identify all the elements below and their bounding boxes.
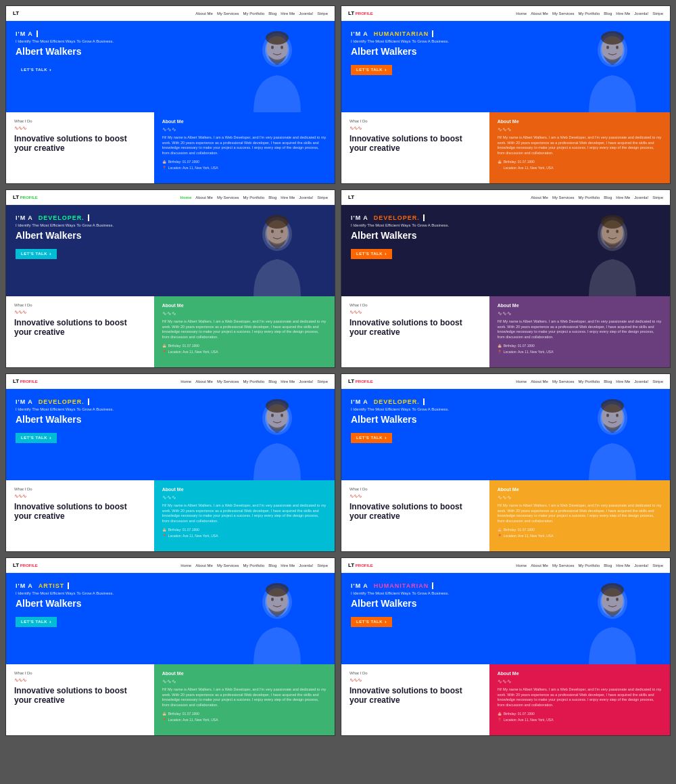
nav-link-7[interactable]: Stripe xyxy=(652,379,663,384)
nav-link-7[interactable]: Stripe xyxy=(317,563,328,568)
logo[interactable]: LT PROFILE xyxy=(13,378,38,384)
nav-link-0[interactable]: Home xyxy=(516,563,527,568)
nav-link-2[interactable]: My Services xyxy=(217,379,239,384)
nav-link-1[interactable]: About Me xyxy=(531,379,548,384)
nav-link-6[interactable]: Joomla! xyxy=(299,379,313,384)
logo[interactable]: LT xyxy=(348,194,354,200)
nav-link-6[interactable]: Joomla! xyxy=(634,11,648,16)
nav-link-6[interactable]: Joomla! xyxy=(634,379,648,384)
nav-link-6[interactable]: Joomla! xyxy=(299,195,313,200)
nav-link-0[interactable]: Home xyxy=(516,11,527,16)
about-me-text: Hi! My name is Albert Walkers. I am a We… xyxy=(162,503,327,524)
nav-link-1[interactable]: About Me xyxy=(531,563,548,568)
hero-cursor xyxy=(37,30,38,37)
nav-link-3[interactable]: My Portfolio xyxy=(243,379,265,384)
nav-link-3[interactable]: Blog xyxy=(268,11,276,16)
svg-point-47 xyxy=(601,583,624,597)
about-birthday: 🎂 Birthday: 01.07.1990 xyxy=(498,528,662,532)
nav-link-6[interactable]: Stripe xyxy=(652,195,663,200)
hero-content: I'M A DEVELOPER.I Identify The Most Effi… xyxy=(16,398,114,443)
nav-link-5[interactable]: Hire Me xyxy=(281,563,295,568)
nav-link-6[interactable]: Joomla! xyxy=(299,563,313,568)
nav-link-3[interactable]: My Portfolio xyxy=(243,563,265,568)
location-icon: 📍 xyxy=(162,718,166,722)
nav-link-4[interactable]: Blog xyxy=(604,11,612,16)
nav-link-2[interactable]: My Services xyxy=(552,563,575,568)
lets-talk-button[interactable]: LET'S TALK › xyxy=(351,65,392,75)
lets-talk-button[interactable]: LET'S TALK › xyxy=(16,65,57,75)
svg-point-29 xyxy=(266,399,289,413)
svg-point-9 xyxy=(606,46,609,49)
nav-link-0[interactable]: Home xyxy=(180,563,191,568)
nav-link-4[interactable]: Blog xyxy=(268,563,276,568)
nav-link-4[interactable]: Hire Me xyxy=(281,11,295,16)
nav-link-4[interactable]: Hire Me xyxy=(616,195,630,200)
nav-link-1[interactable]: About Me xyxy=(195,379,213,384)
nav-links: About MeMy ServicesMy PortfolioBlogHire … xyxy=(195,11,328,16)
nav-link-2[interactable]: My Portfolio xyxy=(579,195,600,200)
nav-link-6[interactable]: Joomla! xyxy=(634,563,648,568)
about-birthday: 🎂 Birthday: 01.07.1990 xyxy=(162,712,327,716)
lets-talk-button[interactable]: LET'S TALK › xyxy=(351,617,392,627)
lets-talk-button[interactable]: LET'S TALK › xyxy=(351,433,392,443)
nav-link-0[interactable]: About Me xyxy=(531,195,548,200)
nav-link-1[interactable]: About Me xyxy=(195,195,213,200)
logo[interactable]: LT PROFILE xyxy=(348,378,373,384)
nav-link-2[interactable]: My Services xyxy=(552,379,575,384)
nav-link-4[interactable]: Blog xyxy=(268,195,276,200)
logo[interactable]: LT PROFILE xyxy=(13,562,38,568)
hero-content: I'M A ARTISTI Identify The Most Efficien… xyxy=(16,582,114,627)
logo[interactable]: LT PROFILE xyxy=(348,10,373,16)
nav-link-3[interactable]: My Portfolio xyxy=(579,11,600,16)
nav-link-4[interactable]: Blog xyxy=(604,379,612,384)
about-me-text: Hi! My name is Albert Walkers. I am a We… xyxy=(162,687,327,708)
nav-link-7[interactable]: Stripe xyxy=(317,195,328,200)
lower-section: What I Do∿∿∿Innovative solutions to boos… xyxy=(6,480,335,551)
hero-content: I'M A HUMANITARIANI Identify The Most Ef… xyxy=(351,582,449,627)
nav-link-5[interactable]: Joomla! xyxy=(634,195,648,200)
hero-iam-line: I'M A ARTIST xyxy=(16,582,114,589)
nav-link-3[interactable]: Blog xyxy=(604,195,612,200)
about-birthday: 🎂 Birthday: 01.07.1990 xyxy=(498,344,662,348)
nav-link-5[interactable]: Hire Me xyxy=(281,379,295,384)
nav-link-1[interactable]: My Services xyxy=(552,195,575,200)
nav-link-4[interactable]: Blog xyxy=(604,563,612,568)
nav-link-0[interactable]: Home xyxy=(180,379,191,384)
nav-link-2[interactable]: My Portfolio xyxy=(243,11,265,16)
lets-talk-button[interactable]: LET'S TALK › xyxy=(16,249,57,259)
nav-link-6[interactable]: Stripe xyxy=(317,11,328,16)
nav-link-1[interactable]: My Services xyxy=(217,11,239,16)
nav-link-5[interactable]: Hire Me xyxy=(281,195,295,200)
nav-link-7[interactable]: Stripe xyxy=(652,563,663,568)
hero-section: I'M A DEVELOPER.I Identify The Most Effi… xyxy=(6,205,335,296)
nav-link-7[interactable]: Stripe xyxy=(652,11,663,16)
nav-link-3[interactable]: My Portfolio xyxy=(243,195,265,200)
nav-link-1[interactable]: About Me xyxy=(531,11,548,16)
nav-link-0[interactable]: Home xyxy=(180,195,192,200)
nav-link-5[interactable]: Hire Me xyxy=(616,11,630,16)
nav-link-7[interactable]: Stripe xyxy=(317,379,328,384)
lets-talk-button[interactable]: LET'S TALK › xyxy=(351,249,392,259)
lets-talk-button[interactable]: LET'S TALK › xyxy=(16,433,57,443)
lets-talk-button[interactable]: LET'S TALK › xyxy=(16,617,57,627)
nav-link-2[interactable]: My Services xyxy=(217,563,239,568)
nav-link-2[interactable]: My Services xyxy=(552,11,575,16)
nav-link-3[interactable]: My Portfolio xyxy=(579,379,600,384)
wavy-decoration: ∿∿∿ xyxy=(349,677,481,683)
logo[interactable]: LT PROFILE xyxy=(348,562,373,568)
nav-link-4[interactable]: Blog xyxy=(268,379,276,384)
what-i-do-title: Innovative solutions to boost your creat… xyxy=(14,318,146,338)
nav-link-1[interactable]: About Me xyxy=(195,563,213,568)
nav-link-0[interactable]: Home xyxy=(516,379,527,384)
lower-section: What I Do∿∿∿Innovative solutions to boos… xyxy=(6,296,335,367)
about-me-section: About Me∿∿∿Hi! My name is Albert Walkers… xyxy=(154,296,335,367)
nav-link-5[interactable]: Joomla! xyxy=(299,11,313,16)
hero-person xyxy=(226,573,328,664)
logo[interactable]: LT PROFILE xyxy=(13,194,38,200)
nav-link-0[interactable]: About Me xyxy=(195,11,213,16)
logo[interactable]: LT xyxy=(13,10,19,16)
nav-link-5[interactable]: Hire Me xyxy=(616,379,630,384)
nav-link-3[interactable]: My Portfolio xyxy=(579,563,600,568)
nav-link-5[interactable]: Hire Me xyxy=(616,563,630,568)
nav-link-2[interactable]: My Services xyxy=(217,195,239,200)
